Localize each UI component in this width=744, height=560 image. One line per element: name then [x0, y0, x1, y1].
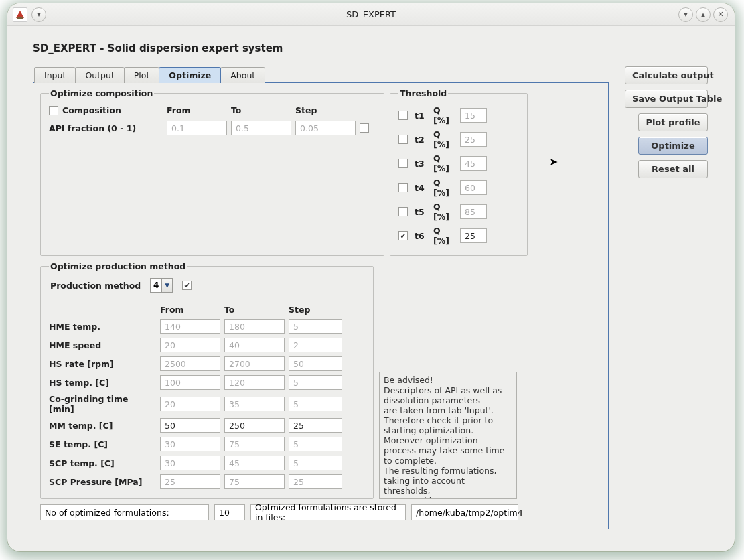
threshold-checkbox[interactable] — [398, 111, 408, 120]
threshold-name: t5 — [415, 207, 429, 217]
prod-to-input[interactable] — [224, 375, 285, 390]
prod-step-input[interactable] — [289, 375, 342, 390]
threshold-checkbox[interactable]: ✔ — [398, 231, 408, 240]
threshold-checkbox[interactable] — [398, 159, 408, 168]
prod-row-label: HME temp. — [49, 322, 156, 332]
prod-from-input[interactable] — [160, 356, 220, 371]
prod-from-input[interactable] — [160, 319, 220, 334]
threshold-value-input[interactable] — [460, 132, 487, 147]
prod-to-input[interactable] — [224, 437, 285, 451]
close-button[interactable]: ✕ — [713, 7, 728, 22]
save-output-table-button[interactable]: Save Output Table — [625, 90, 708, 108]
optimize-composition-legend: Optimize composition — [49, 88, 154, 98]
tab-input[interactable]: Input — [34, 67, 76, 83]
threshold-value-input[interactable] — [460, 180, 487, 195]
threshold-q-label: Q [%] — [433, 153, 456, 173]
threshold-value-input[interactable] — [460, 156, 487, 171]
prod-step-input[interactable] — [289, 356, 342, 371]
prod-to-input[interactable] — [224, 456, 285, 470]
col-from: From — [167, 105, 227, 115]
prod-row-label: HS temp. [C] — [49, 378, 156, 388]
prod-to-input[interactable] — [224, 397, 285, 411]
prod-to-input[interactable] — [224, 474, 285, 489]
api-to-input[interactable] — [231, 121, 291, 135]
threshold-name: t1 — [415, 111, 429, 121]
threshold-value-input[interactable] — [460, 228, 487, 243]
no-formulations-label: No of optimized formulations: — [40, 504, 209, 520]
api-step-input[interactable] — [295, 121, 356, 135]
threshold-q-label: Q [%] — [433, 226, 456, 246]
prod-row-label: SE temp. [C] — [49, 439, 156, 449]
prod-from-input[interactable] — [160, 418, 220, 433]
window-title: SD_EXPERT — [7, 9, 735, 19]
titlebar-menu-button[interactable]: ▾ — [31, 7, 46, 22]
output-files-value[interactable]: /home/kuba/tmp2/optim4 — [411, 504, 518, 520]
tab-plot[interactable]: Plot — [124, 67, 160, 83]
prod-row-label: Co-grinding time [min] — [49, 394, 156, 414]
calculate-output-button[interactable]: Calculate output — [625, 66, 708, 84]
minimize-button[interactable]: ▾ — [678, 7, 693, 22]
optimize-composition-panel: Optimize composition Composition From To… — [40, 88, 384, 256]
prod-col-from: From — [160, 305, 220, 315]
tab-output[interactable]: Output — [75, 67, 124, 83]
tab-bar: Input Output Plot Optimize About — [34, 66, 609, 82]
api-fraction-label: API fraction (0 - 1) — [49, 123, 163, 133]
prod-from-input[interactable] — [160, 375, 220, 390]
composition-checkbox[interactable] — [49, 106, 58, 115]
plot-profile-button[interactable]: Plot profile — [638, 113, 708, 131]
prod-row-label: MM temp. [C] — [49, 421, 156, 431]
threshold-checkbox[interactable] — [398, 135, 408, 144]
production-method-spinner[interactable]: 4 ▼ — [150, 278, 173, 293]
prod-row-label: HS rate [rpm] — [49, 359, 156, 369]
threshold-name: t4 — [415, 183, 429, 193]
optimize-production-panel: Optimize production method Production me… — [40, 261, 374, 499]
production-method-checkbox[interactable]: ✔ — [182, 281, 192, 290]
prod-to-input[interactable] — [224, 356, 285, 371]
prod-step-input[interactable] — [289, 437, 342, 451]
page-title: SD_EXPERT - Solid dispersion expert syst… — [33, 42, 713, 54]
optimize-button[interactable]: Optimize — [638, 137, 708, 155]
no-formulations-value[interactable]: 10 — [214, 504, 245, 520]
production-method-label: Production method — [50, 281, 141, 291]
prod-row-label: SCP Pressure [MPa] — [49, 477, 156, 487]
tab-optimize[interactable]: Optimize — [159, 67, 221, 83]
prod-step-input[interactable] — [289, 456, 342, 470]
reset-all-button[interactable]: Reset all — [638, 160, 708, 178]
tab-about[interactable]: About — [220, 67, 265, 83]
threshold-value-input[interactable] — [460, 108, 487, 123]
prod-step-input[interactable] — [289, 338, 342, 352]
col-to: To — [231, 105, 291, 115]
svg-marker-0 — [16, 11, 24, 18]
threshold-value-input[interactable] — [460, 204, 487, 219]
prod-to-input[interactable] — [224, 338, 285, 352]
threshold-checkbox[interactable] — [398, 207, 408, 216]
threshold-checkbox[interactable] — [398, 183, 408, 192]
threshold-panel: Threshold t1Q [%]t2Q [%]t3Q [%]t4Q [%]t5… — [390, 88, 528, 256]
prod-step-input[interactable] — [289, 474, 342, 489]
chevron-down-icon[interactable]: ▼ — [161, 279, 172, 292]
prod-row-label: SCP temp. [C] — [49, 458, 156, 468]
prod-to-input[interactable] — [224, 418, 285, 433]
prod-col-to: To — [224, 305, 285, 315]
prod-to-input[interactable] — [224, 319, 285, 334]
prod-step-input[interactable] — [289, 397, 342, 411]
threshold-name: t6 — [415, 231, 429, 241]
tab-page-optimize: Optimize composition Composition From To… — [33, 82, 609, 529]
maximize-button[interactable]: ▴ — [696, 7, 711, 22]
prod-from-input[interactable] — [160, 338, 220, 352]
svg-rect-1 — [17, 17, 23, 19]
titlebar: ▾ SD_EXPERT ▾ ▴ ✕ — [7, 3, 735, 26]
prod-row-label: HME speed — [49, 340, 156, 350]
threshold-name: t3 — [415, 159, 429, 169]
prod-from-input[interactable] — [160, 437, 220, 451]
api-enable-checkbox[interactable] — [360, 123, 369, 133]
optimize-production-legend: Optimize production method — [49, 261, 187, 271]
api-from-input[interactable] — [167, 121, 227, 135]
threshold-legend: Threshold — [398, 88, 448, 98]
prod-from-input[interactable] — [160, 456, 220, 470]
prod-from-input[interactable] — [160, 474, 220, 489]
prod-step-input[interactable] — [289, 319, 342, 334]
prod-from-input[interactable] — [160, 397, 220, 411]
threshold-q-label: Q [%] — [433, 202, 456, 222]
prod-step-input[interactable] — [289, 418, 342, 433]
